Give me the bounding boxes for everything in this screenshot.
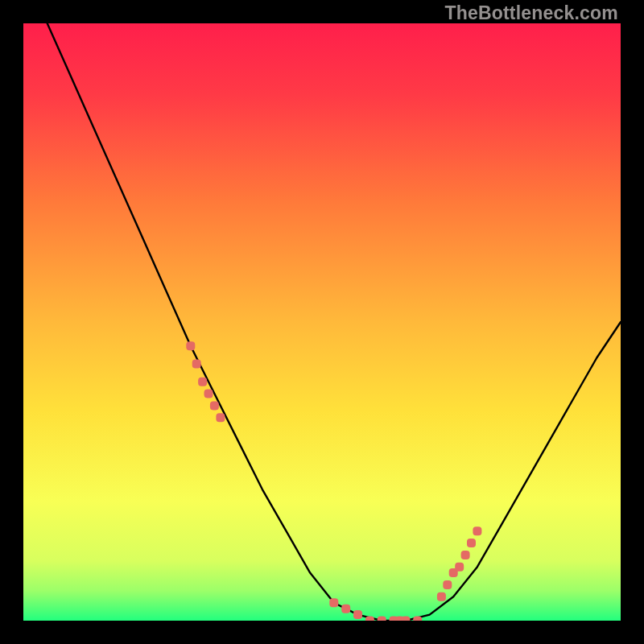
watermark-text: TheBottleneck.com — [444, 2, 618, 24]
svg-rect-6 — [216, 413, 225, 422]
svg-rect-15 — [413, 617, 422, 621]
svg-rect-8 — [341, 605, 350, 613]
svg-rect-11 — [378, 617, 386, 621]
svg-rect-9 — [353, 610, 362, 619]
svg-rect-1 — [186, 341, 195, 350]
chart-frame: TheBottleneck.com — [0, 0, 644, 644]
svg-rect-3 — [198, 378, 207, 386]
svg-rect-7 — [329, 598, 338, 607]
svg-rect-21 — [467, 539, 476, 547]
bottleneck-curve — [23, 23, 621, 621]
svg-rect-16 — [437, 592, 446, 601]
plot-area — [23, 23, 621, 621]
svg-rect-19 — [455, 563, 464, 572]
svg-rect-22 — [473, 526, 481, 535]
svg-rect-4 — [204, 390, 213, 398]
svg-rect-5 — [210, 401, 219, 410]
svg-rect-17 — [443, 580, 452, 589]
svg-rect-20 — [461, 551, 470, 559]
svg-rect-10 — [365, 617, 374, 621]
svg-rect-14 — [401, 617, 410, 621]
svg-rect-2 — [192, 359, 201, 368]
